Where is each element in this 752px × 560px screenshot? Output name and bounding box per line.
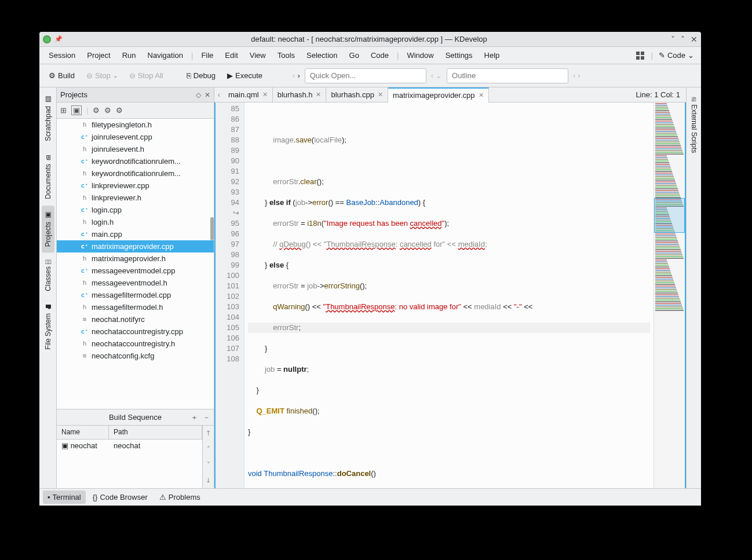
menu-help[interactable]: Help xyxy=(479,49,506,62)
file-name: messageeventmodel.cpp xyxy=(92,266,176,275)
move-top-icon[interactable]: ⤒ xyxy=(206,430,211,437)
tab-scroll-left[interactable]: ‹ xyxy=(214,91,224,99)
menu-settings[interactable]: Settings xyxy=(440,49,479,62)
move-up-icon[interactable]: ˄ xyxy=(207,445,210,453)
rail-projects[interactable]: Projects▣ xyxy=(42,206,54,252)
menu-navigation[interactable]: Navigation xyxy=(142,49,189,62)
tool-icon[interactable]: ⊞ xyxy=(60,106,67,115)
nav-back-button[interactable]: ‹ xyxy=(293,71,295,80)
file-item[interactable]: c⁺keywordnotificationrulem... xyxy=(57,155,214,167)
gear-icon[interactable]: ⚙ xyxy=(104,106,111,115)
tab-blurhash-cpp[interactable]: blurhash.cpp✕ xyxy=(326,87,388,103)
file-item[interactable]: c⁺matriximageprovider.cpp xyxy=(57,240,214,252)
code-mode-selector[interactable]: ✎ Code ⌄ xyxy=(655,51,698,60)
scrollbar-thumb[interactable] xyxy=(210,217,214,240)
move-bottom-icon[interactable]: ⤓ xyxy=(206,477,211,484)
file-item[interactable]: c⁺linkpreviewer.cpp xyxy=(57,180,214,192)
file-item[interactable]: hkeywordnotificationrulem... xyxy=(57,167,214,180)
menu-window[interactable]: Window xyxy=(401,49,439,62)
col-name[interactable]: Name xyxy=(57,426,109,439)
tab-blurhash-h[interactable]: blurhash.h✕ xyxy=(273,87,327,103)
close-button[interactable]: ✕ xyxy=(691,35,698,44)
file-item[interactable]: c⁺neochataccountregistry.cpp xyxy=(57,325,214,338)
minimap[interactable]: document.write(Array.from({length:120},(… xyxy=(654,103,685,488)
menu-file[interactable]: File xyxy=(195,49,219,62)
rail-external-scripts[interactable]: ⎚ External Scripts xyxy=(688,90,700,159)
outline-next[interactable]: › xyxy=(578,71,580,80)
build-button[interactable]: ⚙Build xyxy=(45,69,78,82)
close-icon[interactable]: ✕ xyxy=(479,91,484,99)
line-number: 88 xyxy=(216,135,239,145)
rail-scratchpad[interactable]: Scratchpad▥ xyxy=(42,90,54,147)
file-item[interactable]: hmessageeventmodel.h xyxy=(57,277,214,289)
file-item[interactable]: hmessagefiltermodel.h xyxy=(57,301,214,313)
menu-selection[interactable]: Selection xyxy=(301,49,343,62)
close-panel-icon[interactable]: ✕ xyxy=(205,91,210,99)
file-item[interactable]: hmatriximageprovider.h xyxy=(57,252,214,265)
file-item[interactable]: hlinkpreviewer.h xyxy=(57,192,214,204)
line-number: 102 xyxy=(216,291,239,302)
remove-button[interactable]: － xyxy=(203,412,210,423)
outline-prev[interactable]: ‹ xyxy=(573,71,575,80)
nav-forward-button[interactable]: › xyxy=(297,71,300,80)
outline-back[interactable]: ‹ xyxy=(431,71,433,80)
projects-header: Projects ◇ ✕ xyxy=(57,87,214,103)
undock-icon[interactable]: ◇ xyxy=(196,91,201,99)
close-icon[interactable]: ✕ xyxy=(378,91,383,98)
file-item[interactable]: c⁺messageeventmodel.cpp xyxy=(57,265,214,277)
outline-input[interactable] xyxy=(447,68,568,83)
file-item[interactable]: hfiletypesingleton.h xyxy=(57,119,214,131)
line-number: 96 xyxy=(216,229,239,239)
tool-icon[interactable]: ▣ xyxy=(71,105,82,115)
quick-open-input[interactable] xyxy=(305,68,426,83)
code-content[interactable]: image.save(localFile); errorStr.clear();… xyxy=(244,103,654,488)
add-button[interactable]: ＋ xyxy=(191,412,198,423)
file-item[interactable]: ≡neochat.notifyrc xyxy=(57,313,214,325)
gear-icon[interactable]: ⚙ xyxy=(116,106,123,115)
menu-go[interactable]: Go xyxy=(344,49,365,62)
file-item[interactable]: ≡neochatconfig.kcfg xyxy=(57,350,214,362)
execute-button[interactable]: ▶Execute xyxy=(224,69,266,82)
debug-button[interactable]: ⎘Debug xyxy=(183,69,219,82)
stop-button[interactable]: ⊖Stop⌄ xyxy=(83,69,121,82)
menu-edit[interactable]: Edit xyxy=(219,49,243,62)
code-editor[interactable]: 85868788899091929394↪9596979899100101102… xyxy=(214,103,686,488)
file-item[interactable]: c⁺main.cpp xyxy=(57,228,214,240)
file-item[interactable]: c⁺messagefiltermodel.cpp xyxy=(57,289,214,301)
file-item[interactable]: hjoinrulesevent.h xyxy=(57,143,214,155)
pin-icon[interactable]: 📌 xyxy=(54,35,63,43)
file-item[interactable]: c⁺joinrulesevent.cpp xyxy=(57,131,214,143)
file-item[interactable]: hlogin.h xyxy=(57,216,214,228)
grid-icon[interactable] xyxy=(636,52,644,60)
file-tree[interactable]: hfiletypesingleton.hc⁺joinrulesevent.cpp… xyxy=(57,119,214,409)
bottom-terminal[interactable]: ▪Terminal xyxy=(43,491,86,504)
close-icon[interactable]: ✕ xyxy=(262,91,268,98)
maximize-button[interactable]: ˄ xyxy=(681,35,685,44)
minimap-viewport[interactable] xyxy=(654,198,685,233)
bottom-problems[interactable]: ⚠Problems xyxy=(155,491,205,504)
build-seq-row[interactable]: ▣ neochat neochat xyxy=(57,440,202,453)
rail-filesystem[interactable]: File System🖿 xyxy=(42,298,54,356)
menu-code[interactable]: Code xyxy=(365,49,395,62)
menu-tools[interactable]: Tools xyxy=(272,49,301,62)
minimize-button[interactable]: ˅ xyxy=(671,35,675,44)
file-item[interactable]: c⁺login.cpp xyxy=(57,204,214,216)
menu-run[interactable]: Run xyxy=(116,49,142,62)
menu-project[interactable]: Project xyxy=(81,49,116,62)
stop-all-button[interactable]: ⊖Stop All xyxy=(126,69,167,82)
bottom-code-browser[interactable]: {}Code Browser xyxy=(88,491,152,504)
menu-session[interactable]: Session xyxy=(43,49,81,62)
move-down-icon[interactable]: ˅ xyxy=(207,461,210,469)
tab-main-qml[interactable]: main.qml✕ xyxy=(224,87,273,103)
file-item[interactable]: hneochataccountregistry.h xyxy=(57,338,214,350)
close-icon[interactable]: ✕ xyxy=(316,91,321,98)
menu-view[interactable]: View xyxy=(244,49,272,62)
rail-documents[interactable]: Documents🗎 xyxy=(42,148,54,205)
rail-classes[interactable]: Classes⌸ xyxy=(42,254,54,297)
build-seq-title: Build Sequence xyxy=(109,413,162,422)
outline-forward[interactable]: ⌄ xyxy=(436,71,442,80)
file-name: linkpreviewer.cpp xyxy=(92,181,149,190)
gear-icon[interactable]: ⚙ xyxy=(93,106,100,115)
tab-matriximageprovider[interactable]: matriximageprovider.cpp✕ xyxy=(388,87,489,103)
col-path[interactable]: Path xyxy=(109,426,202,439)
